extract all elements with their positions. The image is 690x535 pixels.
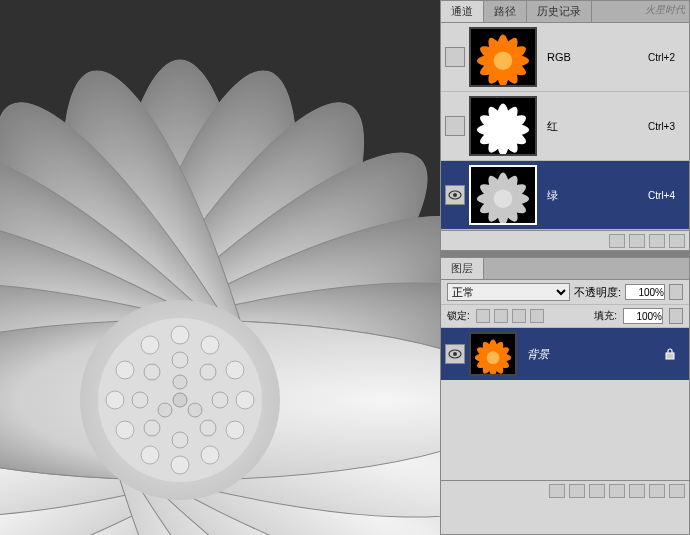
svg-point-75 (487, 351, 500, 364)
fill-label: 填充: (594, 309, 617, 323)
svg-point-67 (453, 352, 457, 356)
lock-image-icon[interactable] (494, 309, 508, 323)
svg-point-57 (453, 193, 457, 197)
tab-channels[interactable]: 通道 (441, 1, 484, 22)
svg-point-31 (200, 420, 216, 436)
lock-all-icon[interactable] (530, 309, 544, 323)
svg-point-17 (201, 336, 219, 354)
svg-point-28 (172, 352, 188, 368)
svg-point-33 (144, 420, 160, 436)
svg-point-27 (141, 336, 159, 354)
new-layer-icon[interactable] (649, 484, 665, 498)
svg-point-65 (494, 189, 513, 208)
channels-footer (441, 230, 689, 250)
channel-shortcut: Ctrl+2 (648, 52, 675, 63)
new-channel-icon[interactable] (649, 234, 665, 248)
layer-style-icon[interactable] (569, 484, 585, 498)
layer-name: 背景 (527, 347, 663, 362)
svg-point-55 (494, 120, 513, 139)
svg-point-47 (494, 51, 513, 70)
svg-point-34 (132, 392, 148, 408)
delete-channel-icon[interactable] (669, 234, 685, 248)
channel-thumb-red (469, 96, 537, 156)
channels-tab-bar: 通道 路径 历史记录 火星时代 (441, 1, 689, 23)
eye-icon (448, 349, 462, 359)
tab-layers[interactable]: 图层 (441, 258, 484, 279)
layer-row-background[interactable]: 背景 (441, 328, 689, 380)
channel-thumb-green (469, 165, 537, 225)
visibility-toggle[interactable] (445, 47, 465, 67)
channel-name: RGB (547, 51, 648, 63)
svg-point-19 (236, 391, 254, 409)
svg-point-18 (226, 361, 244, 379)
channel-row-rgb[interactable]: RGB Ctrl+2 (441, 23, 689, 92)
svg-point-21 (201, 446, 219, 464)
svg-point-37 (188, 403, 202, 417)
layers-tab-bar: 图层 (441, 258, 689, 280)
layers-panel: 图层 正常 不透明度: 锁定: 填充: (440, 257, 690, 535)
flower-image-grayscale (0, 0, 440, 535)
svg-point-38 (158, 403, 172, 417)
eye-icon (448, 190, 462, 200)
layer-mask-icon[interactable] (589, 484, 605, 498)
svg-point-24 (116, 421, 134, 439)
lock-position-icon[interactable] (512, 309, 526, 323)
delete-layer-icon[interactable] (669, 484, 685, 498)
fill-arrow-icon[interactable] (669, 308, 683, 324)
layer-thumb (469, 332, 517, 376)
adjustment-layer-icon[interactable] (609, 484, 625, 498)
channel-name: 绿 (547, 188, 648, 203)
watermark-text: 火星时代 (645, 3, 685, 17)
channel-thumb-rgb (469, 27, 537, 87)
svg-point-29 (200, 364, 216, 380)
tab-history[interactable]: 历史记录 (527, 1, 592, 22)
opacity-input[interactable] (625, 284, 665, 300)
svg-point-35 (144, 364, 160, 380)
svg-point-20 (226, 421, 244, 439)
load-selection-icon[interactable] (609, 234, 625, 248)
fill-input[interactable] (623, 308, 663, 324)
channel-name: 红 (547, 119, 648, 134)
canvas-viewport[interactable] (0, 0, 440, 535)
layer-empty-area[interactable] (441, 380, 689, 480)
lock-label: 锁定: (447, 309, 470, 323)
link-layers-icon[interactable] (549, 484, 565, 498)
visibility-toggle[interactable] (445, 344, 465, 364)
svg-point-16 (171, 326, 189, 344)
channel-row-green[interactable]: 绿 Ctrl+4 (441, 161, 689, 230)
lock-transparency-icon[interactable] (476, 309, 490, 323)
svg-point-26 (116, 361, 134, 379)
visibility-toggle[interactable] (445, 116, 465, 136)
opacity-label: 不透明度: (574, 285, 621, 300)
svg-point-36 (173, 375, 187, 389)
svg-point-39 (173, 393, 187, 407)
lock-icon (663, 347, 677, 361)
svg-point-22 (171, 456, 189, 474)
group-icon[interactable] (629, 484, 645, 498)
channels-panel: 通道 路径 历史记录 火星时代 RGB Ctrl+2 (440, 0, 690, 251)
channel-shortcut: Ctrl+4 (648, 190, 675, 201)
tab-paths[interactable]: 路径 (484, 1, 527, 22)
visibility-toggle[interactable] (445, 185, 465, 205)
blend-mode-select[interactable]: 正常 (447, 283, 570, 301)
channel-shortcut: Ctrl+3 (648, 121, 675, 132)
svg-point-23 (141, 446, 159, 464)
svg-point-25 (106, 391, 124, 409)
svg-point-32 (172, 432, 188, 448)
channel-row-red[interactable]: 红 Ctrl+3 (441, 92, 689, 161)
layers-footer (441, 480, 689, 500)
save-selection-icon[interactable] (629, 234, 645, 248)
opacity-arrow-icon[interactable] (669, 284, 683, 300)
svg-point-30 (212, 392, 228, 408)
svg-rect-76 (666, 353, 674, 359)
